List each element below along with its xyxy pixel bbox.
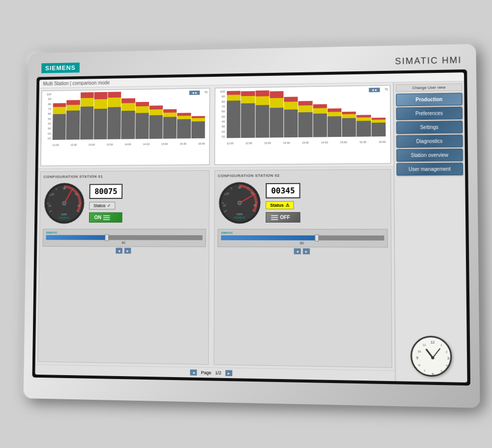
station01-slider-fill bbox=[46, 235, 108, 240]
chart2-canvas: 100 90 80 70 60 50 40 30 bbox=[217, 88, 388, 148]
station01-toggle[interactable]: ON bbox=[89, 212, 123, 223]
station01-simatic: SIMATIC bbox=[46, 231, 58, 234]
station02-nav-left[interactable]: ◄ bbox=[294, 248, 301, 254]
svg-text:70: 70 bbox=[75, 192, 78, 195]
page-label: Page bbox=[201, 370, 211, 375]
station02-gauge-svg: kWh SIEMENS 10 30 50 70 90 bbox=[217, 181, 262, 225]
station01-nav-left[interactable]: ◄ bbox=[116, 248, 123, 254]
station01-toggle-bars bbox=[103, 215, 110, 220]
svg-text:kWh: kWh bbox=[62, 213, 67, 216]
svg-text:SIEMENS: SIEMENS bbox=[234, 217, 246, 219]
station02-status-row: Status ⚠ bbox=[266, 201, 300, 209]
bar-group bbox=[357, 88, 371, 136]
screen-inner: TOUCH Multi Station | comparison mode bbox=[35, 72, 467, 383]
hmi-device: SIEMENS SIMATIC HMI TOUCH Multi Station … bbox=[24, 44, 480, 408]
chart2-y-axis: 100 90 80 70 60 50 40 30 bbox=[217, 90, 226, 138]
page-current: 1/2 bbox=[215, 370, 221, 375]
station02-slider-fill bbox=[221, 235, 318, 240]
station02-content: kWh SIEMENS 10 30 50 70 90 bbox=[217, 180, 388, 225]
station02-status: Status ⚠ bbox=[266, 201, 294, 209]
svg-text:3: 3 bbox=[447, 356, 449, 360]
bar-group bbox=[80, 92, 93, 139]
sidebar-btn-user-management[interactable]: User management bbox=[397, 162, 463, 175]
station01-slider-track[interactable] bbox=[46, 235, 202, 240]
station01-slider-thumb[interactable] bbox=[105, 234, 109, 241]
bar-group bbox=[327, 88, 341, 137]
sidebar-btn-settings[interactable]: Settings bbox=[396, 121, 462, 134]
top-bar-text: Multi Station | comparison mode bbox=[43, 80, 110, 87]
bar-group bbox=[284, 89, 298, 138]
svg-text:10: 10 bbox=[223, 204, 226, 207]
station02-slider-track[interactable] bbox=[221, 235, 384, 241]
station01-content: kWh SIEMENS 10 30 50 70 90 bbox=[43, 181, 206, 225]
svg-text:1: 1 bbox=[440, 344, 442, 347]
station-panel-02: CONFIGURATION STATION 02 bbox=[214, 169, 392, 368]
station01-nav-right[interactable]: ► bbox=[124, 248, 131, 254]
chart1-x-labels: 12:00 12:30 13:00 13:30 14:00 14:30 15:0… bbox=[52, 139, 205, 150]
station02-toggle[interactable]: OFF bbox=[266, 212, 300, 223]
siemens-logo: SIEMENS bbox=[41, 63, 79, 73]
svg-text:7: 7 bbox=[424, 369, 426, 372]
bar-group bbox=[241, 90, 255, 138]
svg-text:9: 9 bbox=[416, 356, 418, 359]
bar-group bbox=[313, 89, 327, 137]
bar-group bbox=[177, 91, 191, 138]
svg-text:70: 70 bbox=[250, 192, 253, 195]
svg-point-12 bbox=[62, 201, 66, 205]
bar-group bbox=[270, 89, 283, 137]
svg-text:12: 12 bbox=[430, 340, 434, 344]
simatic-hmi-text: SIMATIC HMI bbox=[395, 55, 462, 67]
page-prev-btn[interactable]: ◄ bbox=[190, 369, 197, 375]
station02-title: CONFIGURATION STATION 02 bbox=[218, 173, 388, 178]
svg-text:kWh: kWh bbox=[237, 213, 243, 216]
station02-slider-thumb[interactable] bbox=[315, 234, 319, 241]
sidebar-btn-station-overview[interactable]: Station overview bbox=[397, 149, 463, 161]
bar-group bbox=[122, 92, 135, 139]
content-panels: ◄► % 100 90 80 70 60 bbox=[35, 83, 395, 382]
station02-slider: SIMATIC 60 bbox=[217, 229, 388, 248]
chart1-y-axis: 100 90 80 70 60 50 40 30 bbox=[43, 93, 52, 140]
chart2-x-labels: 12:00 12:30 13:00 13:30 14:00 14:30 15:0… bbox=[227, 137, 386, 148]
station01-status-icon: ✓ bbox=[107, 203, 111, 208]
screen-content: Multi Station | comparison mode ◄► % bbox=[35, 72, 467, 383]
station02-toggle-label: OFF bbox=[280, 215, 290, 220]
station-panel-01: CONFIGURATION STATION 01 bbox=[37, 170, 210, 365]
svg-text:50: 50 bbox=[238, 186, 241, 189]
bar-group bbox=[163, 91, 177, 139]
svg-text:90: 90 bbox=[77, 204, 80, 207]
station01-toggle-label: ON bbox=[94, 215, 102, 220]
page-next-btn[interactable]: ► bbox=[225, 370, 232, 376]
station02-status-label: Status bbox=[270, 203, 284, 208]
svg-text:30: 30 bbox=[51, 193, 54, 196]
svg-text:90: 90 bbox=[253, 204, 256, 207]
chart2-bars bbox=[227, 88, 386, 138]
station02-nav-right[interactable]: ► bbox=[303, 248, 310, 254]
sidebar-btn-diagnostics[interactable]: Diagnostics bbox=[396, 134, 462, 148]
bar-group bbox=[66, 93, 80, 140]
station01-gauge-svg: kWh SIEMENS 10 30 50 70 90 bbox=[43, 182, 86, 225]
station01-gauge: kWh SIEMENS 10 30 50 70 90 bbox=[43, 182, 86, 225]
station01-slider-label: SIMATIC bbox=[46, 231, 203, 234]
station01-status-label: Status bbox=[93, 203, 106, 208]
svg-text:4: 4 bbox=[446, 364, 448, 367]
station01-controls: 80075 Status ✓ bbox=[89, 184, 123, 223]
svg-text:10: 10 bbox=[48, 204, 51, 207]
svg-text:6: 6 bbox=[432, 373, 434, 376]
bar-group bbox=[93, 92, 107, 139]
station01-slider-nav: ◄ ► bbox=[42, 248, 206, 254]
station01-value: 80075 bbox=[89, 184, 123, 199]
bar-group bbox=[149, 91, 163, 139]
bar-group bbox=[107, 92, 121, 139]
svg-text:SIEMENS: SIEMENS bbox=[59, 217, 69, 219]
clock-svg: 12 3 6 9 1 2 4 5 7 8 bbox=[412, 337, 454, 379]
clock-container: 12 3 6 9 1 2 4 5 7 8 bbox=[398, 332, 465, 381]
station02-slider-value: 60 bbox=[221, 241, 384, 245]
chart-panel-1: ◄► % 100 90 80 70 60 bbox=[40, 88, 210, 166]
station01-slider: SIMATIC 40 bbox=[43, 229, 206, 247]
screen-outer: TOUCH Multi Station | comparison mode bbox=[32, 69, 470, 385]
right-sidebar: Change User view Production Preferences … bbox=[393, 81, 467, 383]
sidebar-btn-production[interactable]: Production bbox=[396, 93, 462, 106]
bar-group bbox=[53, 93, 66, 140]
sidebar-btn-preferences[interactable]: Preferences bbox=[396, 107, 462, 120]
svg-text:30: 30 bbox=[226, 192, 229, 195]
